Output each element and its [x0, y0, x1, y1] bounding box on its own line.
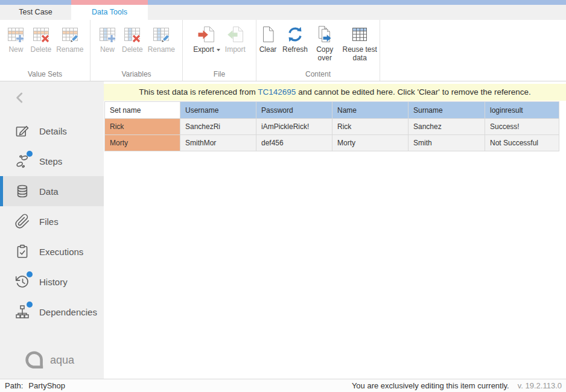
- notification-badge: [27, 271, 33, 277]
- table-row-rename-icon: [60, 25, 80, 44]
- variables-rename-button[interactable]: Rename: [146, 24, 177, 54]
- sidebar-collapse-button[interactable]: [12, 90, 28, 106]
- sidebar-nav: Details Steps Data: [0, 116, 104, 327]
- table-cell[interactable]: Sanchez: [409, 119, 485, 135]
- table-column-new-icon: [98, 25, 117, 44]
- table-row: Morty SmithMor def456 Morty Smith Not Su…: [105, 135, 559, 151]
- set-name-cell[interactable]: Morty: [105, 135, 180, 151]
- sidebar-item-label: Executions: [39, 247, 83, 257]
- ribbon-group-label: Content: [256, 70, 380, 78]
- ribbon: New Delete Rename Value Sets: [0, 20, 566, 81]
- sidebar-item-label: Data: [39, 186, 59, 197]
- column-header-loginresult[interactable]: loginresult: [485, 102, 559, 119]
- content-area: This test data is referenced from TC1426…: [104, 81, 566, 379]
- refresh-button[interactable]: Refresh: [281, 24, 310, 54]
- sidebar-item-history[interactable]: History: [0, 267, 104, 297]
- table-cell[interactable]: Rick: [332, 119, 409, 135]
- chevron-left-icon: [12, 90, 28, 106]
- import-icon: [226, 25, 245, 44]
- table-header-row: Set name Username Password Name Surname …: [105, 102, 559, 119]
- footsteps-icon: [14, 153, 30, 169]
- ribbon-group-content: Clear Refresh: [256, 20, 380, 81]
- reuse-table-icon: [350, 25, 369, 44]
- status-bar: Path:PartyShop You are exclusively editi…: [0, 379, 566, 392]
- value-sets-delete-button[interactable]: Delete: [28, 24, 53, 54]
- column-header-surname[interactable]: Surname: [409, 102, 485, 119]
- table-cell[interactable]: Success!: [485, 119, 559, 135]
- path-breadcrumb: Path:PartyShop: [5, 379, 65, 392]
- clear-page-icon: [258, 25, 278, 44]
- table-row: Rick SanchezRi iAmPickleRick! Rick Sanch…: [105, 119, 559, 135]
- table-cell[interactable]: iAmPickleRick!: [256, 119, 332, 135]
- sidebar: Details Steps Data: [0, 81, 104, 379]
- button-label: Copy over: [313, 45, 337, 62]
- ribbon-tab-bar: Test Case Data Tools: [0, 5, 566, 20]
- database-icon: [14, 183, 30, 199]
- sidebar-item-details[interactable]: Details: [0, 116, 104, 146]
- button-label: Delete: [122, 45, 143, 54]
- tab-test-case[interactable]: Test Case: [0, 5, 71, 20]
- notification-badge: [27, 151, 33, 157]
- column-header-set-name[interactable]: Set name: [105, 102, 180, 119]
- referenced-test-case-link[interactable]: TC142695: [258, 87, 296, 96]
- test-data-table: Set name Username Password Name Surname …: [104, 101, 559, 151]
- reuse-test-data-button[interactable]: Reuse test data: [340, 24, 380, 63]
- value-sets-new-button[interactable]: New: [4, 24, 27, 54]
- ribbon-group-value-sets: New Delete Rename Value Sets: [0, 20, 91, 81]
- clipboard-check-icon: [14, 244, 30, 259]
- button-label: Rename: [148, 45, 175, 54]
- set-name-cell[interactable]: Rick: [105, 119, 180, 135]
- editing-status-message: You are exclusively editing this item cu…: [352, 379, 509, 392]
- table-cell[interactable]: Smith: [409, 135, 485, 151]
- button-label: Import: [225, 45, 246, 54]
- export-button[interactable]: Export: [191, 24, 222, 54]
- button-label: Reuse test data: [342, 45, 378, 62]
- button-label: New: [100, 45, 115, 54]
- sidebar-item-dependencies[interactable]: Dependencies: [0, 297, 104, 327]
- variables-new-button[interactable]: New: [96, 24, 119, 54]
- table-cell[interactable]: Not Successful: [485, 135, 559, 151]
- ribbon-group-variables: New Delete Rename Variables: [91, 20, 183, 81]
- notification-text: This test data is referenced from: [139, 87, 258, 96]
- refresh-icon: [285, 25, 305, 44]
- button-label: New: [8, 45, 23, 54]
- table-cell[interactable]: SanchezRi: [180, 119, 256, 135]
- aqua-logo-text: aqua: [50, 354, 74, 367]
- sidebar-item-files[interactable]: Files: [0, 206, 104, 236]
- tab-data-tools[interactable]: Data Tools: [71, 5, 148, 20]
- paperclip-icon: [14, 213, 30, 229]
- column-header-username[interactable]: Username: [180, 102, 256, 119]
- clear-button[interactable]: Clear: [256, 24, 279, 54]
- reference-notification-bar: This test data is referenced from TC1426…: [104, 84, 566, 101]
- sidebar-item-steps[interactable]: Steps: [0, 146, 104, 176]
- variables-delete-button[interactable]: Delete: [120, 24, 145, 54]
- history-icon: [14, 274, 30, 289]
- table-cell[interactable]: Morty: [332, 135, 409, 151]
- hierarchy-icon: [14, 304, 30, 320]
- sidebar-item-executions[interactable]: Executions: [0, 236, 104, 267]
- column-header-name[interactable]: Name: [332, 102, 409, 119]
- copy-over-button[interactable]: Copy over: [311, 24, 339, 63]
- button-label: Delete: [30, 45, 51, 54]
- sidebar-item-data[interactable]: Data: [0, 176, 104, 206]
- table-cell[interactable]: def456: [256, 135, 332, 151]
- notification-badge: [27, 302, 33, 308]
- edit-icon: [14, 123, 30, 139]
- column-header-password[interactable]: Password: [256, 102, 332, 119]
- status-right: You are exclusively editing this item cu…: [352, 379, 562, 392]
- ribbon-group-label: Variables: [91, 70, 182, 78]
- path-label: Path:: [5, 381, 23, 390]
- table-cell[interactable]: SmithMor: [180, 135, 256, 151]
- table-row-new-icon: [6, 25, 25, 44]
- active-tab-accent-strip: [71, 0, 148, 5]
- table-column-delete-icon: [122, 25, 142, 44]
- copy-over-icon: [315, 25, 334, 44]
- button-label: Refresh: [282, 45, 308, 54]
- value-sets-rename-button[interactable]: Rename: [54, 24, 85, 54]
- app-version: v. 19.2.113.0: [518, 379, 562, 392]
- aqua-logo-icon: [23, 351, 45, 369]
- ribbon-group-file: Export Import File: [183, 20, 256, 81]
- ribbon-group-label: File: [183, 70, 256, 78]
- import-button[interactable]: Import: [223, 24, 247, 54]
- notification-text: and cannot be edited here. Click 'Clear'…: [296, 87, 530, 96]
